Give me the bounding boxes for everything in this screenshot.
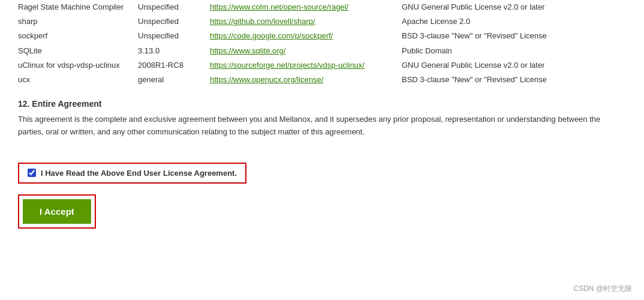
watermark: CSDN @时空无限 (573, 284, 632, 294)
package-name: SQLite (18, 44, 138, 58)
license-table: Ragel State Machine CompilerUnspecifiedh… (18, 0, 626, 87)
agreement-checkbox-container: I Have Read the Above End User License A… (18, 157, 626, 194)
section-12: 12. Entire Agreement This agreement is t… (18, 99, 626, 139)
license-table-section: Ragel State Machine CompilerUnspecifiedh… (18, 0, 626, 87)
package-url-link[interactable]: https://github.com/lovell/sharp/ (210, 17, 315, 26)
package-url-link[interactable]: https://www.openucx.org/license/ (210, 75, 323, 84)
accept-button-wrapper: I Accept (18, 194, 96, 229)
table-row: ucxgeneralhttps://www.openucx.org/licens… (18, 73, 626, 87)
section-12-heading: 12. Entire Agreement (18, 99, 626, 109)
package-url-cell: https://sourceforge.net/projects/vdsp-uc… (210, 58, 402, 73)
package-name: uClinux for vdsp-vdsp-uclinux (18, 58, 138, 73)
package-license: Public Domain (402, 44, 626, 58)
package-url-link[interactable]: https://www.colm.net/open-source/ragel/ (210, 2, 348, 11)
package-version: general (138, 73, 210, 87)
package-version: Unspecified (138, 14, 210, 29)
package-url-cell: https://www.sqlite.org/ (210, 44, 402, 58)
table-row: uClinux for vdsp-vdsp-uclinux2008R1-RC8h… (18, 58, 626, 73)
package-version: Unspecified (138, 0, 210, 14)
section-12-body: This agreement is the complete and exclu… (18, 113, 626, 139)
package-name: sockperf (18, 29, 138, 43)
package-name: sharp (18, 14, 138, 29)
package-url-cell: https://github.com/lovell/sharp/ (210, 14, 402, 29)
package-license: GNU General Public License v2.0 or later (402, 58, 626, 73)
package-license: BSD 3-clause "New" or "Revised" License (402, 29, 626, 43)
eula-checkbox[interactable] (28, 169, 36, 177)
accept-button[interactable]: I Accept (23, 199, 91, 224)
package-url-link[interactable]: https://sourceforge.net/projects/vdsp-uc… (210, 61, 365, 70)
package-name: Ragel State Machine Compiler (18, 0, 138, 14)
package-version: Unspecified (138, 29, 210, 43)
table-row: sockperfUnspecifiedhttps://code.google.c… (18, 29, 626, 43)
package-version: 3.13.0 (138, 44, 210, 58)
package-url-link[interactable]: https://www.sqlite.org/ (210, 46, 285, 55)
table-row: Ragel State Machine CompilerUnspecifiedh… (18, 0, 626, 14)
package-url-cell: https://www.colm.net/open-source/ragel/ (210, 0, 402, 14)
accept-button-container: I Accept (18, 194, 626, 229)
package-license: BSD 3-clause "New" or "Revised" License (402, 73, 626, 87)
table-row: sharpUnspecifiedhttps://github.com/lovel… (18, 14, 626, 29)
package-license: Apache License 2.0 (402, 14, 626, 29)
agreement-checkbox-wrapper: I Have Read the Above End User License A… (18, 163, 246, 184)
package-url-link[interactable]: https://code.google.com/p/sockperf/ (210, 31, 333, 40)
eula-checkbox-label[interactable]: I Have Read the Above End User License A… (41, 169, 237, 178)
package-url-cell: https://www.openucx.org/license/ (210, 73, 402, 87)
package-name: ucx (18, 73, 138, 87)
package-version: 2008R1-RC8 (138, 58, 210, 73)
package-url-cell: https://code.google.com/p/sockperf/ (210, 29, 402, 43)
table-row: SQLite3.13.0https://www.sqlite.org/Publi… (18, 44, 626, 58)
package-license: GNU General Public License v2.0 or later (402, 0, 626, 14)
